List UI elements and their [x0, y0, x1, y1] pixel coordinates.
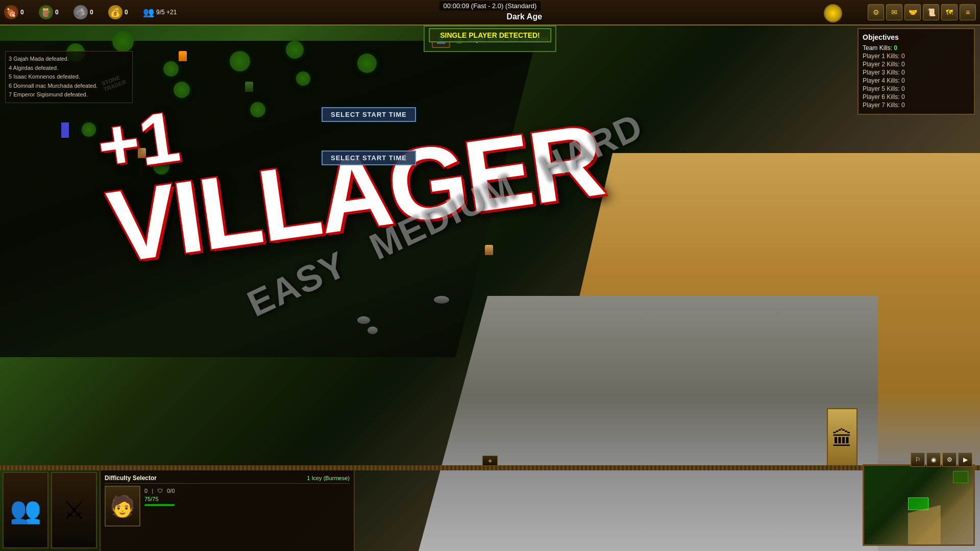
rock — [357, 316, 370, 324]
pop-extra: 21 — [170, 9, 177, 16]
unit-figure — [179, 51, 187, 61]
minimap — [863, 464, 975, 546]
minimap-controls: ⚐ ◉ ⚙ ▶ — [911, 453, 972, 467]
population-display: 👥 9 / 5 +21 — [143, 7, 177, 18]
rock — [434, 296, 449, 304]
top-hud: 🍖 0 🪵 0 🪨 0 💰 0 👥 9 / 5 +21 00:00:09 (Fa… — [0, 0, 980, 26]
unit-title: Difficulty Selector — [105, 474, 157, 482]
gold-count: 0 — [125, 9, 135, 16]
minimap-btn-4[interactable]: ▶ — [958, 453, 972, 467]
hud-right-buttons: ⚙ ✉ 🤝 📜 🗺 ≡ — [868, 4, 976, 20]
age-display: Dark Age — [181, 12, 868, 21]
tree — [296, 71, 310, 86]
tree — [286, 41, 304, 59]
unit-figure — [112, 128, 120, 138]
unit-main-portrait: 🧑 — [105, 486, 140, 527]
player-5-kills: Player 5 Kills: 0 — [863, 85, 970, 92]
wood-resource: 🪵 0 — [39, 5, 65, 19]
cliff-terrain — [419, 296, 878, 551]
food-count: 0 — [20, 9, 31, 16]
tree — [174, 82, 190, 98]
event-entry: 6 Domnall mac Murchada defeated. — [9, 82, 129, 91]
select-start-time-button-1[interactable]: SELECT START TIME — [322, 107, 416, 122]
bottom-border-decoration — [0, 465, 980, 470]
pop-current: 9 — [156, 9, 160, 16]
player-civ: 1 Icey (Burmese) — [307, 475, 350, 481]
chat-button[interactable]: ✉ — [886, 4, 902, 20]
unit-figure — [485, 245, 493, 255]
unit-figure — [204, 184, 212, 194]
hp-bar — [144, 504, 175, 506]
shield-icon: 🛡 — [157, 488, 163, 494]
tree — [153, 158, 169, 174]
player-7-kills: Player 7 Kills: 0 — [863, 102, 970, 109]
unit-figure — [138, 148, 146, 158]
minimap-btn-1[interactable]: ⚐ — [911, 453, 925, 467]
left-portrait-1: 👥 — [3, 472, 48, 548]
tree — [230, 51, 250, 71]
select-start-time-button-2[interactable]: SELECT START TIME — [322, 151, 416, 165]
event-log: 3 Gajah Mada defeated. 4 Algirdas defeat… — [5, 51, 133, 103]
tree — [112, 31, 134, 52]
player-3-kills: Player 3 Kills: 0 — [863, 69, 970, 76]
player-6-kills: Player 6 Kills: 0 — [863, 93, 970, 101]
single-player-notification: SINGLE PLAYER DETECTED! — [429, 28, 551, 42]
minimap-forest — [953, 471, 968, 483]
food-resource: 🍖 0 — [4, 5, 31, 19]
add-button[interactable]: + — [482, 456, 498, 466]
unit-stats-row: 0 | 🛡 0/0 — [144, 488, 175, 494]
unit-display-row: 🧑 0 | 🛡 0/0 75/75 — [105, 486, 350, 527]
timer-display: 00:00:09 (Fast - 2.0) (Standard) — [439, 1, 541, 11]
event-entry: 7 Emperor Sigismund defeated. — [9, 90, 129, 99]
food-icon: 🍖 — [4, 5, 18, 19]
player-4-kills: Player 4 Kills: 0 — [863, 77, 970, 84]
wood-count: 0 — [55, 9, 65, 16]
player-1-kills: Player 1 Kills: 0 — [863, 53, 970, 60]
diplomacy-button[interactable]: 🤝 — [904, 4, 921, 20]
team-kills-value: 0 — [894, 44, 897, 52]
tree — [163, 61, 179, 77]
hp-fill — [144, 504, 175, 506]
stone-count: 0 — [90, 9, 100, 16]
center-hud: 00:00:09 (Fast - 2.0) (Standard) Dark Ag… — [181, 3, 868, 21]
gold-resource: 💰 0 — [108, 5, 135, 19]
gold-icon: 💰 — [108, 5, 122, 19]
pop-max: 5 — [161, 9, 165, 16]
tree — [250, 102, 265, 117]
stone-resource: 🪨 0 — [74, 5, 100, 19]
bottom-center-panel: Difficulty Selector 1 Icey (Burmese) 🧑 0… — [100, 469, 355, 551]
team-kills-row: Team Kills: 0 — [863, 44, 970, 52]
unit-figure — [245, 82, 253, 92]
minimap-player-marker — [908, 497, 928, 510]
tree — [82, 122, 96, 137]
wood-icon: 🪵 — [39, 5, 53, 19]
objectives-title: Objectives — [863, 33, 970, 41]
event-entry: 3 Gajah Mada defeated. — [9, 55, 129, 64]
right-statue: 🏛 — [827, 408, 857, 469]
objectives-panel: Objectives Team Kills: 0 Player 1 Kills:… — [857, 28, 975, 115]
left-portrait-2: ⚔ — [51, 472, 97, 548]
rock — [368, 327, 378, 334]
options-button[interactable]: ⚙ — [868, 4, 884, 20]
tree — [357, 54, 377, 73]
unit-pop-count: 75/75 — [144, 496, 175, 502]
event-entry: 5 Isaac Komnenos defeated. — [9, 72, 129, 82]
bcp-header: Difficulty Selector 1 Icey (Burmese) — [105, 474, 350, 484]
banner — [61, 122, 69, 138]
stone-icon: 🪨 — [74, 5, 88, 19]
map-button[interactable]: 🗺 — [941, 4, 958, 20]
tech-tree-button[interactable]: 📜 — [923, 4, 939, 20]
menu-button[interactable]: ≡ — [960, 4, 976, 20]
player-2-kills: Player 2 Kills: 0 — [863, 61, 970, 68]
gold-coin-button[interactable] — [824, 4, 842, 22]
unit-stats-col: 0 | 🛡 0/0 75/75 — [144, 486, 175, 527]
minimap-btn-3[interactable]: ⚙ — [942, 453, 957, 467]
minimap-btn-2[interactable]: ◉ — [926, 453, 941, 467]
event-entry: 4 Algirdas defeated. — [9, 64, 129, 73]
